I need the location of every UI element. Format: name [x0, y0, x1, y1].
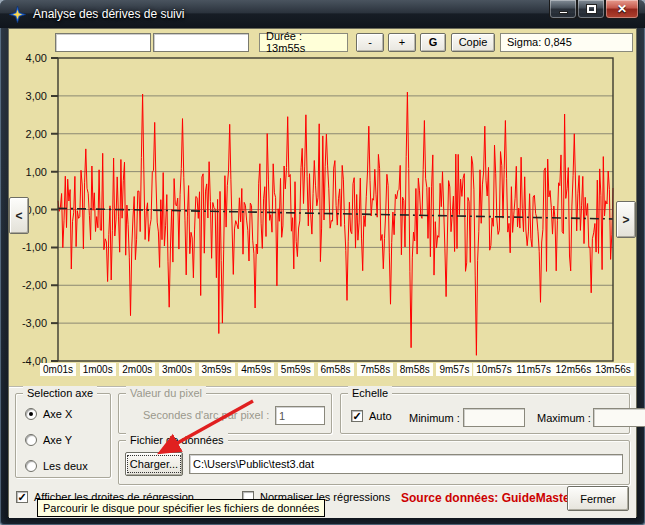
axis-option-axe-y[interactable]: Axe Y: [25, 434, 72, 446]
x-axis-label: 10m57s: [473, 363, 515, 376]
valeur-pixel-title: Valeur du pixel: [126, 386, 206, 400]
maximize-icon: [587, 5, 596, 13]
tooltip: Parcourir le disque pour spécifier les f…: [37, 499, 325, 517]
echelle-title: Echelle: [348, 386, 392, 400]
x-axis-label: 3m00s: [159, 363, 195, 376]
radio-icon[interactable]: [25, 434, 37, 446]
auto-scale-row: ✓ Auto: [351, 410, 392, 422]
y-axis-label: -2,00: [22, 279, 47, 291]
radio-label: Les deux: [43, 460, 88, 472]
grid-button[interactable]: G: [420, 33, 446, 52]
valeur-pixel-group: Valeur du pixel Secondes d'arc par pixel…: [118, 393, 332, 434]
x-axis-label: 5m59s: [278, 363, 314, 376]
x-axis-label: 0m01s: [40, 363, 76, 376]
app-window: Analyse des dérives de suivi ✕ Durée : 1…: [0, 0, 645, 525]
x-axis-label: 3m59s: [199, 363, 235, 376]
file-path-input[interactable]: C:\Users\Public\test3.dat: [189, 454, 623, 474]
dialog-content: Durée : 13m55s - + G Copie Sigma: 0,845 …: [8, 28, 637, 517]
close-button[interactable]: ✕: [605, 0, 639, 19]
title-bar[interactable]: Analyse des dérives de suivi ✕: [0, 0, 645, 28]
y-axis-label: 4,00: [26, 52, 47, 64]
x-axis-label: 6m58s: [317, 363, 353, 376]
echelle-group: Echelle ✓ Auto Minimum : Maximum :: [340, 393, 630, 434]
x-axis-label: 13m56s: [592, 363, 634, 376]
x-axis-label: 4m59s: [238, 363, 274, 376]
minimize-icon: [559, 11, 568, 14]
minimum-label: Minimum :: [409, 412, 460, 424]
maximize-button[interactable]: [577, 0, 605, 19]
fichier-donnees-title: Fichier de données: [126, 433, 228, 447]
zoom-out-button[interactable]: -: [356, 33, 384, 52]
toolbar: Durée : 13m55s - + G Copie Sigma: 0,845: [9, 31, 636, 53]
selection-axe-title: Selection axe: [23, 386, 97, 400]
scroll-left-button[interactable]: <: [9, 197, 29, 234]
auto-scale-label: Auto: [369, 410, 392, 422]
radio-label: Axe Y: [43, 434, 72, 446]
y-axis-label: -3,00: [22, 317, 47, 329]
radio-icon[interactable]: [25, 460, 37, 472]
x-axis-label: 11m57s: [513, 363, 554, 376]
fichier-donnees-group: Fichier de données Charger... C:\Users\P…: [118, 440, 630, 485]
minimize-button[interactable]: [549, 0, 577, 19]
toolbar-field-2[interactable]: [153, 33, 249, 52]
maximum-label: Maximum :: [537, 412, 591, 424]
y-axis-label: 2,00: [26, 128, 47, 140]
close-dialog-button[interactable]: Fermer: [567, 486, 629, 511]
copy-button[interactable]: Copie: [451, 33, 495, 52]
x-axis-label: 8m58s: [397, 363, 433, 376]
radio-icon[interactable]: [25, 408, 37, 420]
arcsec-per-pixel-label: Secondes d'arc par pixel :: [143, 409, 269, 421]
zoom-in-button[interactable]: +: [388, 33, 416, 52]
x-axis-label: 12m56s: [553, 363, 595, 376]
duration-label: Durée : 13m55s: [259, 33, 348, 52]
data-source-label: Source données: GuideMaster: [401, 491, 574, 505]
window-controls: ✕: [549, 0, 639, 19]
radio-label: Axe X: [43, 408, 72, 420]
y-axis-label: 3,00: [26, 90, 47, 102]
x-axis-labels: 0m01s1m00s2m00s3m00s3m59s4m59s5m59s6m58s…: [58, 363, 613, 380]
axis-option-axe-x[interactable]: Axe X: [25, 408, 72, 420]
x-axis-label: 7m58s: [357, 363, 393, 376]
scroll-right-button[interactable]: >: [616, 201, 636, 238]
y-axis-label: -1,00: [22, 241, 47, 253]
maximum-input[interactable]: [593, 408, 645, 427]
arcsec-per-pixel-input[interactable]: 1: [275, 406, 325, 425]
toolbar-field-1[interactable]: [55, 33, 151, 52]
app-star-icon: [9, 6, 26, 23]
show-regression-checkbox[interactable]: ✓: [16, 491, 28, 503]
x-axis-label: 2m00s: [119, 363, 155, 376]
close-icon: ✕: [617, 2, 627, 16]
axis-option-les-deux[interactable]: Les deux: [25, 460, 88, 472]
y-axis-label: 1,00: [26, 166, 47, 178]
minimum-input[interactable]: [463, 408, 525, 427]
load-file-button[interactable]: Charger...: [125, 452, 183, 476]
chart-plot-area: [58, 58, 613, 361]
window-title: Analyse des dérives de suivi: [33, 7, 184, 21]
selection-axe-group: Selection axe Axe XAxe YLes deux: [15, 393, 111, 478]
drift-chart: [58, 58, 613, 361]
auto-scale-checkbox[interactable]: ✓: [351, 410, 363, 422]
x-axis-label: 1m00s: [80, 363, 116, 376]
x-axis-label: 9m57s: [436, 363, 472, 376]
sigma-label: Sigma: 0,845: [500, 33, 633, 52]
load-file-button-label: Charger...: [128, 456, 180, 472]
